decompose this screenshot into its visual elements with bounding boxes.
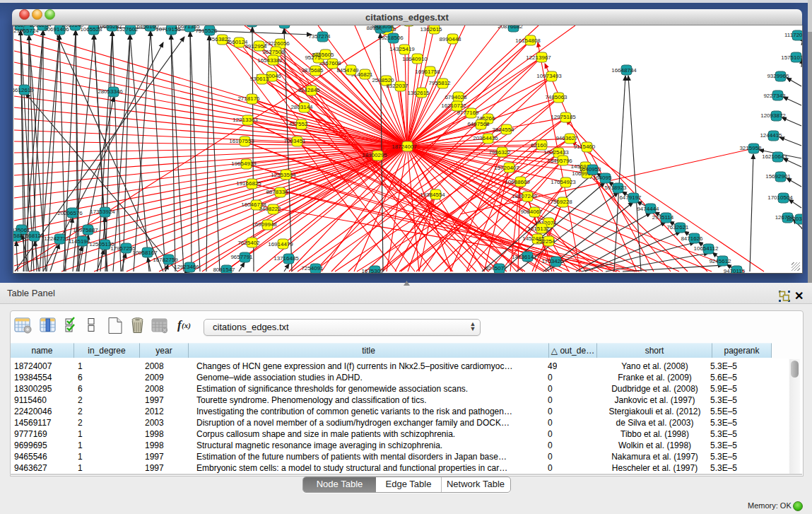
svg-text:6794028: 6794028 bbox=[445, 94, 467, 100]
svg-text:19654933: 19654933 bbox=[231, 160, 257, 167]
svg-text:62160: 62160 bbox=[531, 142, 547, 148]
svg-text:9329966: 9329966 bbox=[767, 73, 789, 79]
svg-text:11568129: 11568129 bbox=[20, 233, 45, 239]
svg-text:9470115: 9470115 bbox=[724, 268, 746, 273]
svg-text:18300295: 18300295 bbox=[362, 152, 387, 158]
svg-text:(x): (x) bbox=[182, 321, 191, 330]
svg-text:9245612: 9245612 bbox=[709, 258, 731, 264]
svg-text:14136141: 14136141 bbox=[512, 254, 537, 260]
svg-text:1362615: 1362615 bbox=[407, 90, 430, 96]
svg-text:21055724: 21055724 bbox=[13, 28, 39, 34]
svg-text:20206576: 20206576 bbox=[57, 210, 83, 216]
svg-text:9227343: 9227343 bbox=[763, 93, 786, 99]
svg-text:12923466: 12923466 bbox=[174, 264, 199, 270]
svg-text:5938923: 5938923 bbox=[604, 185, 627, 191]
svg-text:9657791: 9657791 bbox=[230, 254, 253, 260]
svg-text:1615132: 1615132 bbox=[527, 226, 550, 232]
svg-text:10688609: 10688609 bbox=[505, 179, 530, 185]
svg-text:15751074: 15751074 bbox=[781, 54, 802, 61]
svg-text:1117205: 1117205 bbox=[784, 32, 802, 38]
svg-text:1145194: 1145194 bbox=[69, 238, 90, 245]
svg-text:8471626: 8471626 bbox=[681, 235, 703, 242]
svg-text:16961758: 16961758 bbox=[415, 69, 440, 75]
svg-text:10973493: 10973493 bbox=[536, 73, 562, 79]
svg-text:7515526: 7515526 bbox=[195, 28, 218, 34]
svg-text:12242737: 12242737 bbox=[44, 235, 69, 242]
svg-text:18724007: 18724007 bbox=[392, 144, 417, 150]
svg-text:7986322: 7986322 bbox=[488, 149, 511, 156]
svg-text:5465605: 5465605 bbox=[312, 52, 334, 58]
svg-text:8454749: 8454749 bbox=[336, 67, 359, 74]
svg-text:9245077: 9245077 bbox=[485, 265, 507, 271]
svg-text:3215958: 3215958 bbox=[739, 145, 762, 151]
svg-text:9242845: 9242845 bbox=[298, 87, 320, 93]
svg-text:23226056: 23226056 bbox=[264, 40, 290, 47]
svg-text:2803144: 2803144 bbox=[290, 104, 313, 110]
svg-text:3498222: 3498222 bbox=[259, 206, 281, 212]
svg-text:16648784: 16648784 bbox=[611, 67, 637, 74]
svg-text:7625402: 7625402 bbox=[237, 240, 260, 246]
svg-text:1527602: 1527602 bbox=[116, 26, 139, 33]
svg-text:16543382: 16543382 bbox=[257, 57, 283, 64]
svg-text:16782759: 16782759 bbox=[153, 257, 178, 263]
svg-text:3875685: 3875685 bbox=[301, 67, 324, 74]
svg-text:8990448: 8990448 bbox=[439, 36, 461, 42]
svg-text:7632621: 7632621 bbox=[666, 224, 689, 230]
svg-text:16154808: 16154808 bbox=[515, 37, 541, 44]
svg-text:12353594: 12353594 bbox=[271, 172, 296, 178]
svg-text:1753426: 1753426 bbox=[541, 258, 564, 264]
svg-text:28053346: 28053346 bbox=[98, 88, 123, 95]
svg-text:1244415: 1244415 bbox=[760, 132, 782, 139]
svg-text:252254: 252254 bbox=[536, 238, 555, 245]
svg-text:12093872: 12093872 bbox=[760, 112, 786, 119]
svg-text:26612619: 26612619 bbox=[13, 87, 34, 93]
svg-text:20876682: 20876682 bbox=[498, 25, 523, 30]
svg-text:7003451: 7003451 bbox=[283, 138, 306, 144]
svg-text:16107553: 16107553 bbox=[229, 138, 254, 144]
svg-text:12975185: 12975185 bbox=[551, 114, 576, 120]
svg-text:16053809: 16053809 bbox=[269, 25, 294, 27]
svg-text:19218506: 19218506 bbox=[378, 35, 404, 41]
svg-text:9463627: 9463627 bbox=[555, 135, 578, 141]
svg-text:17353924: 17353924 bbox=[90, 209, 115, 215]
svg-text:15692901: 15692901 bbox=[765, 173, 791, 180]
svg-text:16210643: 16210643 bbox=[762, 153, 787, 160]
svg-text:2718176: 2718176 bbox=[237, 95, 260, 102]
svg-text:10025433: 10025433 bbox=[543, 149, 569, 156]
svg-text:16210722: 16210722 bbox=[441, 103, 466, 109]
svg-text:164095: 164095 bbox=[593, 175, 612, 181]
svg-text:14325419: 14325419 bbox=[389, 46, 415, 52]
svg-text:10654112: 10654112 bbox=[694, 245, 719, 252]
svg-text:8091547: 8091547 bbox=[213, 267, 235, 273]
svg-text:19384554: 19384554 bbox=[420, 192, 445, 198]
svg-text:7357274: 7357274 bbox=[308, 33, 331, 40]
svg-text:427552: 427552 bbox=[289, 121, 308, 127]
svg-text:8322037: 8322037 bbox=[386, 83, 408, 89]
svg-text:7485063: 7485063 bbox=[545, 94, 567, 100]
svg-text:15720407: 15720407 bbox=[494, 165, 519, 171]
svg-text:12213363: 12213363 bbox=[233, 117, 258, 123]
svg-text:1362615: 1362615 bbox=[420, 26, 442, 33]
svg-text:8878334: 8878334 bbox=[266, 189, 288, 195]
svg-text:8813054: 8813054 bbox=[372, 25, 394, 30]
svg-text:13716485: 13716485 bbox=[273, 255, 299, 262]
svg-text:18640910: 18640910 bbox=[402, 56, 428, 62]
svg-text:2935114: 2935114 bbox=[652, 214, 674, 221]
svg-text:7955812: 7955812 bbox=[428, 80, 451, 86]
svg-text:930613: 930613 bbox=[250, 76, 269, 82]
svg-text:12213967: 12213967 bbox=[526, 54, 551, 61]
svg-text:6497568: 6497568 bbox=[467, 121, 490, 127]
svg-text:3627508: 3627508 bbox=[262, 49, 285, 55]
svg-text:10958167: 10958167 bbox=[132, 250, 158, 256]
svg-text:6479197: 6479197 bbox=[619, 194, 642, 201]
svg-text:1640953: 1640953 bbox=[579, 166, 601, 173]
svg-text:7254091: 7254091 bbox=[301, 265, 324, 271]
svg-text:17569228: 17569228 bbox=[547, 199, 572, 205]
svg-text:16909948: 16909948 bbox=[252, 221, 277, 228]
svg-text:9084067: 9084067 bbox=[520, 209, 543, 215]
svg-text:18495796: 18495796 bbox=[547, 158, 572, 164]
svg-text:10975887: 10975887 bbox=[73, 227, 98, 233]
svg-text:17010504: 17010504 bbox=[767, 194, 793, 201]
svg-text:17654923: 17654923 bbox=[551, 179, 576, 185]
svg-text:1675309: 1675309 bbox=[361, 268, 384, 273]
